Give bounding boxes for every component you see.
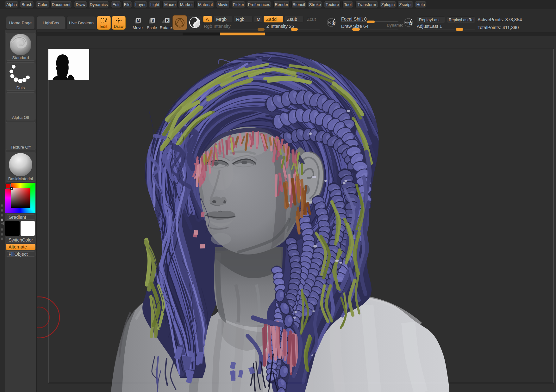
svg-text:S: S [332, 21, 335, 26]
svg-text:S: S [151, 18, 154, 23]
svg-text:D: D [409, 21, 412, 26]
svg-text:M: M [137, 18, 140, 23]
svg-text:R: R [166, 18, 169, 23]
